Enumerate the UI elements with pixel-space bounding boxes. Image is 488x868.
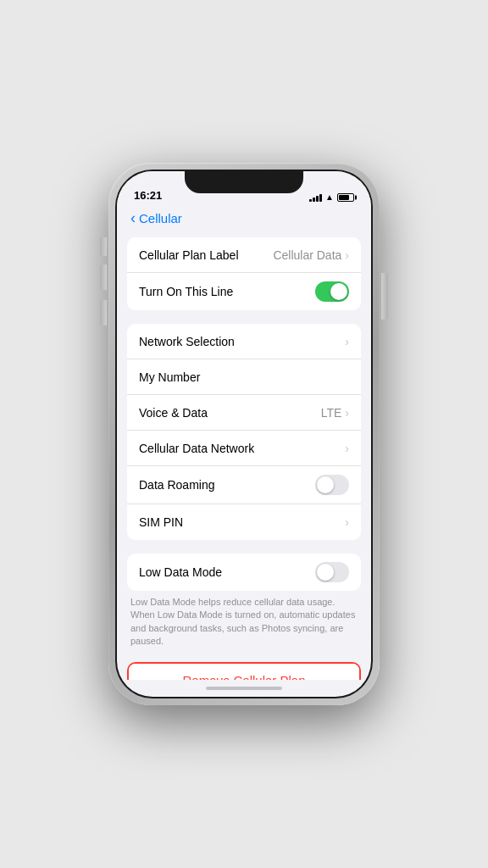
my-number-row[interactable]: My Number — [127, 359, 361, 395]
chevron-right-icon: › — [345, 335, 349, 348]
remove-button-container: Remove Cellular Plan — [127, 662, 361, 680]
back-chevron-icon: ‹ — [130, 210, 136, 225]
my-number-label: My Number — [139, 370, 200, 384]
data-roaming-label: Data Roaming — [139, 478, 215, 492]
low-data-mode-row: Low Data Mode — [127, 554, 361, 591]
toggle-knob — [317, 476, 334, 493]
settings-group-1: Cellular Plan Label Cellular Data › Turn… — [127, 237, 361, 310]
low-data-mode-toggle[interactable] — [315, 562, 349, 582]
toggle-knob — [317, 564, 334, 581]
turn-on-line-row: Turn On This Line — [127, 273, 361, 310]
voice-data-value: LTE — [321, 406, 342, 420]
cellular-plan-label-row[interactable]: Cellular Plan Label Cellular Data › — [127, 237, 361, 273]
turn-on-line-label: Turn On This Line — [139, 285, 233, 298]
sim-pin-row[interactable]: SIM PIN › — [127, 504, 361, 540]
cellular-plan-label-right: Cellular Data › — [273, 248, 349, 262]
settings-content: Cellular Plan Label Cellular Data › Turn… — [117, 231, 371, 680]
network-selection-right: › — [345, 335, 349, 348]
nav-bar: ‹ Cellular — [117, 205, 371, 231]
wifi-icon: ▲ — [325, 192, 334, 202]
volume-up-button[interactable] — [100, 264, 107, 290]
screen: 16:21 ▲ ‹ Ce — [117, 171, 371, 697]
phone-device: 16:21 ▲ ‹ Ce — [108, 163, 380, 705]
silent-switch[interactable] — [100, 237, 107, 256]
home-indicator — [117, 680, 371, 697]
chevron-right-icon: › — [345, 248, 349, 262]
toggle-knob — [330, 283, 347, 300]
voice-data-row[interactable]: Voice & Data LTE › — [127, 395, 361, 431]
chevron-right-icon: › — [345, 442, 349, 455]
low-data-note: Low Data Mode helps reduce cellular data… — [117, 591, 371, 648]
section-plan: Cellular Plan Label Cellular Data › Turn… — [117, 237, 371, 310]
turn-on-line-toggle[interactable] — [315, 281, 349, 302]
home-bar — [206, 687, 282, 690]
data-roaming-toggle[interactable] — [315, 475, 349, 495]
settings-group-2: Network Selection › My Number Voice & Da… — [127, 324, 361, 540]
network-selection-row[interactable]: Network Selection › — [127, 324, 361, 359]
power-button[interactable] — [381, 273, 388, 320]
section-network: Network Selection › My Number Voice & Da… — [117, 324, 371, 540]
signal-icon — [309, 193, 322, 202]
section-low-data: Low Data Mode Low Data Mode helps reduce… — [117, 554, 371, 648]
voice-data-label: Voice & Data — [139, 406, 208, 420]
sim-pin-label: SIM PIN — [139, 515, 183, 529]
back-label: Cellular — [139, 211, 182, 225]
back-button[interactable]: ‹ Cellular — [130, 210, 358, 225]
low-data-mode-label: Low Data Mode — [139, 565, 222, 579]
cellular-data-network-row[interactable]: Cellular Data Network › — [127, 431, 361, 466]
chevron-right-icon: › — [345, 406, 349, 420]
data-roaming-row: Data Roaming — [127, 466, 361, 504]
volume-down-button[interactable] — [100, 300, 107, 326]
remove-cellular-plan-button[interactable]: Remove Cellular Plan — [129, 664, 359, 680]
chevron-right-icon: › — [345, 515, 349, 529]
settings-group-3: Low Data Mode — [127, 554, 361, 591]
phone-inner: 16:21 ▲ ‹ Ce — [115, 170, 373, 698]
cellular-data-network-right: › — [345, 442, 349, 455]
cellular-plan-value: Cellular Data — [273, 248, 341, 262]
battery-fill — [339, 195, 349, 200]
status-icons: ▲ — [309, 192, 354, 202]
cellular-plan-label-text: Cellular Plan Label — [139, 248, 239, 262]
sim-pin-right: › — [345, 515, 349, 529]
notch — [185, 171, 303, 193]
status-time: 16:21 — [134, 189, 162, 202]
cellular-data-network-label: Cellular Data Network — [139, 442, 254, 455]
battery-icon — [337, 193, 354, 202]
network-selection-label: Network Selection — [139, 335, 235, 348]
voice-data-right: LTE › — [321, 406, 349, 420]
